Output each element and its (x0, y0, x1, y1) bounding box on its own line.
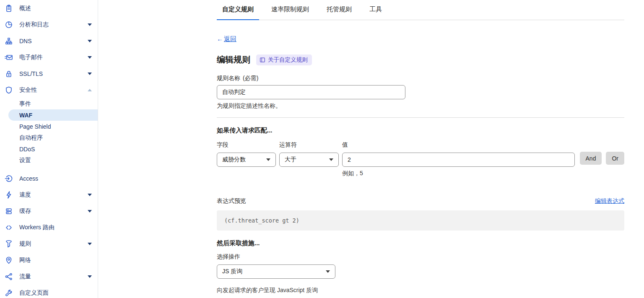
sidebar-item-email[interactable]: 电子邮件 (0, 49, 98, 65)
expression-preview-label: 表达式预览 (217, 197, 246, 205)
sidebar-item-label: 电子邮件 (19, 54, 43, 61)
book-icon (260, 57, 265, 63)
sidebar-item-analytics[interactable]: 分析和日志 (0, 16, 98, 33)
access-icon (4, 174, 13, 183)
action-help: 向发起请求的客户呈现 JavaScript 质询 (217, 287, 624, 294)
badge-label: 关于自定义规则 (268, 56, 308, 64)
sidebar-item-label: DNS (19, 38, 32, 44)
value-input[interactable] (342, 153, 575, 167)
match-section-heading: 如果传入请求匹配... (217, 127, 624, 135)
sidebar-item-ssl[interactable]: SSL/TLS (0, 65, 98, 82)
sidebar-item-speed[interactable]: 速度 (0, 187, 98, 203)
rule-name-input[interactable] (217, 85, 405, 99)
analytics-icon (4, 21, 13, 29)
sidebar-subitem-waf[interactable]: WAF (8, 109, 98, 121)
title-row: 编辑规则 关于自定义规则 (217, 54, 624, 65)
sidebar-item-access[interactable]: Access (0, 170, 98, 187)
sidebar-item-label: 概述 (19, 5, 31, 12)
workers-icon (4, 223, 13, 232)
sidebar-item-label: Workers 路由 (19, 224, 55, 231)
value-help: 例如，5 (342, 170, 575, 177)
waf-tabbar: 自定义规则 速率限制规则 托管规则 工具 (217, 0, 624, 20)
operator-select[interactable]: 大于 (279, 153, 339, 167)
value-label: 值 (342, 141, 575, 149)
sidebar-item-label: 自定义页面 (19, 289, 49, 297)
sidebar-subitem-events[interactable]: 事件 (0, 98, 98, 109)
expression-preview-row: 表达式预览 编辑表达式 (217, 197, 624, 205)
or-button[interactable]: Or (606, 152, 624, 165)
chevron-down-icon (88, 56, 92, 59)
select-arrow-icon (329, 158, 333, 161)
ssl-lock-icon (4, 70, 13, 78)
operator-label: 运算符 (279, 141, 339, 149)
filter-funnel-icon (4, 240, 13, 248)
back-link[interactable]: 返回 (224, 35, 236, 42)
back-row: ←返回 (217, 35, 624, 43)
sidebar-item-label: 自动程序 (19, 134, 43, 142)
and-or-buttons: And Or (580, 152, 624, 177)
main-content: 自定义规则 速率限制规则 托管规则 工具 ←返回 编辑规则 关于自定义规则 规则… (217, 0, 624, 298)
operator-column: 运算符 大于 (279, 141, 339, 177)
sidebar-item-network[interactable]: 网络 (0, 252, 98, 268)
sidebar-item-label: 流量 (19, 273, 31, 280)
share-nodes-icon (4, 272, 13, 281)
overview-icon (4, 4, 13, 13)
action-section-heading: 然后采取措施... (217, 239, 624, 247)
page-title: 编辑规则 (217, 54, 250, 65)
chevron-down-icon (88, 243, 92, 245)
sidebar-item-label: 速度 (19, 191, 31, 199)
select-arrow-icon (266, 158, 270, 161)
sidebar-subitem-bots[interactable]: 自动程序 (0, 132, 98, 143)
value-column: 值 例如，5 (342, 141, 575, 177)
sidebar-item-label: 规则 (19, 240, 31, 248)
tab-tools[interactable]: 工具 (364, 0, 387, 20)
email-icon (4, 53, 13, 62)
operator-select-value: 大于 (285, 156, 296, 163)
sidebar-item-label: 网络 (19, 257, 31, 264)
chevron-down-icon (88, 23, 92, 26)
sidebar-item-caching[interactable]: 缓存 (0, 203, 98, 219)
chevron-down-icon (88, 194, 92, 196)
sidebar-item-rules[interactable]: 规则 (0, 236, 98, 252)
tab-managed-rules[interactable]: 托管规则 (321, 0, 357, 20)
sidebar-item-custom-pages[interactable]: 自定义页面 (0, 285, 98, 298)
tab-rate-limiting-rules[interactable]: 速率限制规则 (266, 0, 314, 20)
sidebar-item-label: 安全性 (19, 86, 37, 94)
about-custom-rules-badge[interactable]: 关于自定义规则 (256, 54, 312, 65)
sidebar-item-overview[interactable]: 概述 (0, 0, 98, 16)
action-select-label: 选择操作 (217, 253, 624, 261)
sidebar-item-label: 分析和日志 (19, 21, 49, 29)
sidebar-item-label: 设置 (19, 157, 31, 164)
sidebar-item-security[interactable]: 安全性 (0, 82, 98, 98)
action-select[interactable]: JS 质询 (217, 264, 335, 279)
caching-icon (4, 207, 13, 215)
back-arrow-icon: ← (217, 35, 223, 42)
sidebar-item-label: DDoS (19, 146, 35, 153)
condition-row: 字段 威胁分数 运算符 大于 值 例如，5 And Or (217, 141, 624, 177)
and-button[interactable]: And (580, 152, 602, 165)
field-label: 字段 (217, 141, 276, 149)
sidebar-subitem-page-shield[interactable]: Page Shield (0, 121, 98, 132)
sidebar-item-dns[interactable]: DNS (0, 33, 98, 49)
tab-custom-rules[interactable]: 自定义规则 (217, 0, 259, 20)
sidebar-item-label: Page Shield (19, 123, 51, 130)
sidebar-item-workers[interactable]: Workers 路由 (0, 219, 98, 236)
sidebar-item-label: 缓存 (19, 207, 31, 215)
sidebar-item-label: WAF (19, 112, 32, 119)
sidebar-subitem-ddos[interactable]: DDoS (0, 143, 98, 155)
field-column: 字段 威胁分数 (217, 141, 276, 177)
sidebar-subitem-settings[interactable]: 设置 (0, 155, 98, 166)
edit-expression-link[interactable]: 编辑表达式 (595, 197, 624, 205)
chevron-down-icon (88, 73, 92, 75)
chevron-down-icon (88, 40, 92, 42)
chevron-down-icon (88, 210, 92, 212)
action-select-value: JS 质询 (222, 268, 242, 275)
sidebar-item-traffic[interactable]: 流量 (0, 268, 98, 285)
sidebar-item-label: 事件 (19, 100, 31, 108)
field-select[interactable]: 威胁分数 (217, 153, 276, 167)
rule-name-help: 为规则指定描述性名称。 (217, 102, 624, 110)
chevron-up-icon (88, 89, 92, 91)
expression-code-box: (cf.threat_score gt 2) (217, 210, 624, 231)
shield-icon (4, 86, 13, 94)
chevron-down-icon (88, 275, 92, 278)
